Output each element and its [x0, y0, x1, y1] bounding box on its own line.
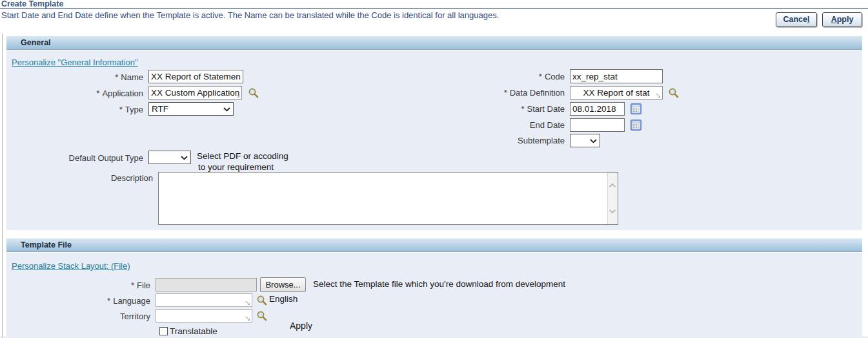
chevron-down-icon	[223, 107, 230, 112]
file-note: Select the Template file which you're do…	[313, 279, 565, 289]
personalize-stack-layout-link[interactable]: Personalize Stack Layout: (File)	[12, 261, 130, 271]
description-label: Description	[6, 173, 153, 183]
scroll-up-icon[interactable]	[609, 183, 616, 188]
required-marker: *	[115, 72, 118, 82]
code-label-text: Code	[545, 72, 565, 81]
lov-indicator-icon	[245, 316, 250, 321]
type-label: *Type	[6, 105, 143, 114]
required-marker: *	[521, 104, 524, 114]
required-marker: *	[504, 88, 507, 98]
cancel-button[interactable]: Cancel	[776, 12, 817, 27]
description-scrollbar[interactable]	[607, 173, 618, 224]
personalize-general-link[interactable]: Personalize "General Information"	[12, 58, 138, 67]
name-label-text: Name	[121, 72, 143, 82]
type-label-text: Type	[125, 105, 143, 114]
application-search-icon[interactable]	[248, 87, 259, 98]
subtemplate-label: Subtemplate	[387, 136, 565, 145]
territory-label: Territory	[6, 312, 150, 321]
name-label: *Name	[6, 72, 143, 82]
translatable-label: Translatable	[170, 326, 217, 336]
default-output-type-select[interactable]	[148, 151, 191, 164]
apply-note: Apply	[290, 321, 312, 331]
name-input[interactable]	[148, 70, 243, 83]
file-input[interactable]	[156, 278, 257, 291]
required-marker: *	[107, 296, 110, 306]
default-output-type-label: Default Output Type	[6, 153, 143, 163]
chevron-down-icon	[181, 156, 188, 160]
description-textarea[interactable]	[159, 173, 611, 227]
output-type-note-line2: to your requirement	[198, 162, 274, 172]
output-type-note-line1: Select PDF or accoding	[197, 151, 288, 161]
code-label: *Code	[387, 72, 565, 81]
language-search-icon[interactable]	[256, 295, 267, 306]
required-marker: *	[131, 280, 134, 290]
end-date-label: End Date	[387, 120, 565, 130]
required-marker: *	[119, 105, 123, 114]
subtemplate-select[interactable]	[570, 134, 600, 147]
apply-label-key: A	[831, 15, 837, 24]
file-label-text: File	[137, 280, 150, 290]
lov-indicator-icon	[235, 93, 240, 98]
window-left-edge	[2, 34, 3, 338]
apply-button[interactable]: Apply	[822, 12, 862, 27]
language-label: *Language	[6, 296, 150, 306]
browse-button[interactable]: Browse...	[260, 277, 306, 292]
description-field	[158, 172, 618, 225]
type-select[interactable]: RTF	[148, 102, 234, 116]
language-lov-text: English	[269, 294, 298, 304]
template-file-section-panel	[6, 253, 862, 338]
title-divider	[0, 8, 868, 9]
cancel-label-key: l	[807, 15, 809, 24]
data-definition-input[interactable]	[570, 87, 662, 99]
translatable-checkbox[interactable]	[159, 327, 168, 335]
general-section-header: General	[6, 36, 862, 50]
required-marker: *	[539, 72, 542, 81]
required-marker: *	[96, 89, 99, 98]
application-input[interactable]	[149, 87, 241, 99]
end-date-calendar-icon[interactable]	[631, 120, 641, 131]
start-date-label: *Start Date	[387, 104, 565, 114]
data-definition-label-text: Data Definition	[510, 88, 565, 98]
territory-search-icon[interactable]	[256, 310, 267, 321]
page-title: Create Template	[1, 0, 63, 8]
subtemplate-label-text: Subtemplate	[518, 136, 565, 145]
scroll-down-icon[interactable]	[609, 209, 616, 214]
type-select-value: RTF	[152, 104, 168, 114]
territory-input[interactable]	[156, 310, 252, 322]
application-lov-field	[148, 86, 242, 100]
code-input[interactable]	[570, 69, 663, 83]
territory-label-text: Territory	[120, 312, 150, 321]
description-label-text: Description	[111, 173, 153, 183]
create-template-page: Create Template Start Date and End Date …	[0, 0, 868, 338]
language-lov-field	[156, 293, 252, 307]
file-label: *File	[6, 280, 150, 290]
application-label: *Application	[6, 89, 143, 98]
start-date-label-text: Start Date	[527, 104, 565, 114]
template-file-section-header: Template File	[6, 238, 862, 252]
language-label-text: Language	[113, 296, 150, 306]
start-date-input[interactable]	[570, 102, 625, 116]
chevron-down-icon	[590, 139, 597, 143]
data-definition-lov-field	[570, 86, 663, 100]
application-label-text: Application	[102, 89, 143, 98]
lov-indicator-icon	[245, 301, 250, 306]
start-date-calendar-icon[interactable]	[631, 103, 641, 114]
page-instruction: Start Date and End Date define when the …	[1, 10, 499, 20]
end-date-label-text: End Date	[530, 120, 565, 130]
end-date-input[interactable]	[570, 118, 625, 132]
lov-indicator-icon	[656, 93, 661, 98]
apply-label-post: pply	[837, 15, 854, 24]
language-input[interactable]	[156, 294, 252, 306]
territory-lov-field	[156, 309, 252, 322]
default-output-type-label-text: Default Output Type	[69, 153, 143, 163]
data-definition-label: *Data Definition	[387, 88, 565, 98]
cancel-label-pre: Cance	[783, 15, 807, 24]
data-definition-search-icon[interactable]	[668, 87, 679, 98]
